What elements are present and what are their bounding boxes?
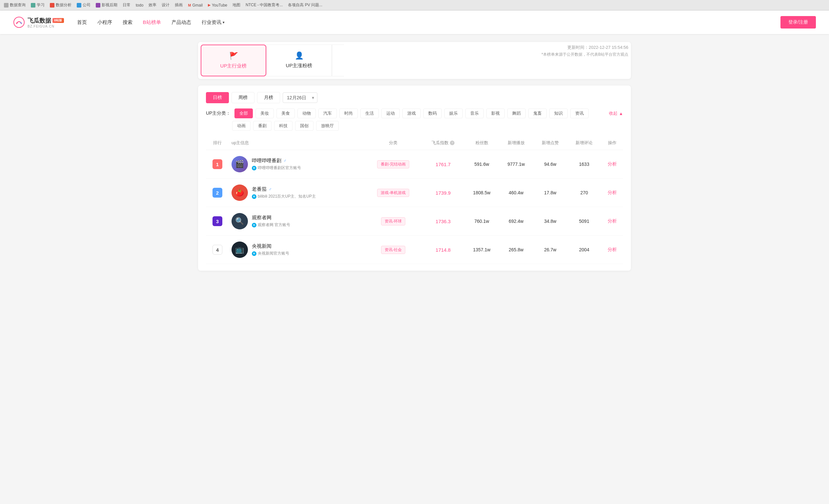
- upinfo-cell: 📺 央视新闻 B 央视新闻官方账号: [229, 236, 365, 264]
- col-rank: 排行: [206, 136, 229, 150]
- col-fans: 粉丝数: [465, 136, 499, 150]
- category-tag: 游戏-单机游戏: [377, 189, 409, 197]
- cat-digital-button[interactable]: 数码: [423, 109, 442, 118]
- cat-dance-button[interactable]: 舞蹈: [507, 109, 526, 118]
- cat-collapse-button[interactable]: 收起 ▲: [609, 110, 623, 116]
- nav-item-product[interactable]: 产品动态: [172, 20, 191, 26]
- cat-car-button[interactable]: 汽车: [318, 109, 337, 118]
- analyze-link[interactable]: 分析: [608, 190, 617, 195]
- bilibili-icon: B: [252, 223, 256, 227]
- browser-tab[interactable]: 日常: [123, 2, 131, 8]
- rank-badge: 4: [213, 245, 222, 255]
- category-label: UP主分类：: [206, 110, 230, 116]
- browser-tab[interactable]: 各项自高 PV 问题...: [288, 2, 322, 8]
- browser-tab[interactable]: 插画: [175, 2, 183, 8]
- feigua-index-value: 1739.9: [435, 190, 450, 196]
- tab-label: NTCE - 中国教育考...: [246, 3, 283, 7]
- category-cell: 游戏-单机游戏: [365, 179, 422, 207]
- browser-tab[interactable]: 地图: [232, 2, 240, 8]
- cat-all-button[interactable]: 全部: [235, 109, 253, 118]
- browser-tab[interactable]: MGmail: [188, 3, 203, 7]
- up-name: 央视新闻: [252, 243, 362, 249]
- up-subtitle: B 哔哩哔哩番剧区官方账号: [252, 165, 362, 171]
- cat-life-button[interactable]: 生活: [360, 109, 379, 118]
- col-upinfo: up主信息: [229, 136, 365, 150]
- play-count: 9777.1w: [507, 161, 525, 167]
- browser-tab[interactable]: 设计: [162, 2, 170, 8]
- index-cell: 1739.9: [422, 179, 465, 207]
- like-count: 26.7w: [544, 247, 556, 252]
- cat-sports-button[interactable]: 运动: [382, 109, 400, 118]
- analyze-link[interactable]: 分析: [608, 161, 617, 166]
- cat-games-button[interactable]: 游戏: [402, 109, 421, 118]
- nav-item-search[interactable]: 搜索: [123, 20, 133, 26]
- cat-ghost-button[interactable]: 鬼畜: [528, 109, 547, 118]
- browser-tab[interactable]: NTCE - 中国教育考...: [246, 2, 283, 8]
- bilibili-icon: B: [252, 251, 256, 256]
- cat-entertainment-button[interactable]: 娱乐: [444, 109, 463, 118]
- period-weekly-button[interactable]: 周榜: [231, 92, 254, 103]
- tab-label: Gmail: [192, 3, 203, 7]
- analyze-link[interactable]: 分析: [608, 247, 617, 252]
- cat-tech-button[interactable]: 科技: [274, 121, 292, 131]
- nav-item-miniprogram[interactable]: 小程序: [97, 20, 112, 26]
- tab-cards: 🚩 UP主行业榜 👤 UP主涨粉榜 🔥 热门视频榜: [201, 45, 344, 76]
- up-info: 🔍 观察者网 B 观察者网 官方账号: [231, 213, 362, 229]
- browser-tab[interactable]: ▶YouTube: [208, 3, 227, 7]
- tab-card-hot-video[interactable]: 🔥 热门视频榜: [332, 45, 344, 76]
- fans-count: 591.6w: [474, 161, 489, 167]
- browser-tab[interactable]: 效率: [149, 2, 156, 8]
- tab-card-industry[interactable]: 🚩 UP主行业榜: [201, 45, 266, 76]
- nav-item-industry[interactable]: 行业资讯 ▾: [202, 20, 225, 26]
- play-count: 460.4w: [509, 190, 524, 195]
- likes-cell: 26.7w: [533, 236, 567, 264]
- cat-animals-button[interactable]: 动物: [297, 109, 316, 118]
- comment-count: 1633: [579, 161, 589, 167]
- plays-cell: 265.8w: [499, 236, 533, 264]
- cat-series-button[interactable]: 番剧: [253, 121, 272, 131]
- browser-tab[interactable]: 数据查询: [4, 2, 26, 8]
- up-details: 哔哩哔哩番剧♂ B 哔哩哔哩番剧区官方账号: [252, 158, 362, 171]
- browser-tab[interactable]: 数据分析: [50, 2, 71, 8]
- up-details: 老番茄♂ B bilibili 2021百大UP主、知名UP主: [252, 186, 362, 199]
- date-select[interactable]: 12月26日: [283, 92, 317, 103]
- nav-item-rankings[interactable]: B站榜单: [143, 20, 161, 26]
- period-daily-button[interactable]: 日榜: [206, 92, 229, 103]
- tab-card-fans[interactable]: 👤 UP主涨粉榜: [266, 45, 332, 76]
- index-cell: 1761.7: [422, 150, 465, 179]
- browser-tab[interactable]: 学习: [31, 2, 45, 8]
- nav-item-home[interactable]: 首页: [77, 20, 87, 26]
- meta-note: *本榜单来源于公开数据，不代表B站平台官方观点: [541, 52, 628, 57]
- cat-music-button[interactable]: 音乐: [465, 109, 484, 118]
- browser-tab[interactable]: todo: [136, 3, 143, 7]
- browser-tab[interactable]: 公司: [77, 2, 91, 8]
- cat-cinema-button[interactable]: 放映厅: [316, 121, 339, 131]
- rankings-section: 日榜 周榜 月榜 12月26日 UP主分类： 全部 美妆 美食 动物 汽车 时尚…: [198, 85, 631, 271]
- browser-tab[interactable]: 影视后期: [96, 2, 117, 8]
- likes-cell: 17.8w: [533, 179, 567, 207]
- action-cell: 分析: [601, 236, 623, 264]
- feigua-info-icon[interactable]: ?: [450, 141, 455, 145]
- feigua-index-value: 1736.3: [435, 219, 450, 224]
- col-category: 分类: [365, 136, 422, 150]
- tab-label: 数据分析: [56, 2, 71, 8]
- cat-beauty-button[interactable]: 美妆: [255, 109, 274, 118]
- analyze-link[interactable]: 分析: [608, 218, 617, 224]
- cat-original-button[interactable]: 国创: [295, 121, 314, 131]
- cat-food-button[interactable]: 美食: [277, 109, 295, 118]
- tab-label: todo: [136, 3, 143, 7]
- cat-news-button[interactable]: 资讯: [570, 109, 589, 118]
- cat-knowledge-button[interactable]: 知识: [549, 109, 568, 118]
- tab-card-label: UP主行业榜: [220, 63, 247, 69]
- like-count: 94.6w: [544, 161, 556, 167]
- cat-film-button[interactable]: 影视: [486, 109, 505, 118]
- cat-fashion-button[interactable]: 时尚: [339, 109, 358, 118]
- tab-label: 设计: [162, 2, 170, 8]
- feigua-index-value: 1761.7: [435, 161, 450, 167]
- login-button[interactable]: 登录/注册: [781, 16, 816, 29]
- cat-animation-button[interactable]: 动画: [232, 121, 251, 131]
- category-tag: 资讯-社会: [381, 246, 405, 254]
- period-monthly-button[interactable]: 月榜: [257, 92, 280, 103]
- main-content: 🚩 UP主行业榜 👤 UP主涨粉榜 🔥 热门视频榜 更新时间：2022-12-2…: [185, 42, 644, 271]
- comment-count: 270: [580, 190, 588, 195]
